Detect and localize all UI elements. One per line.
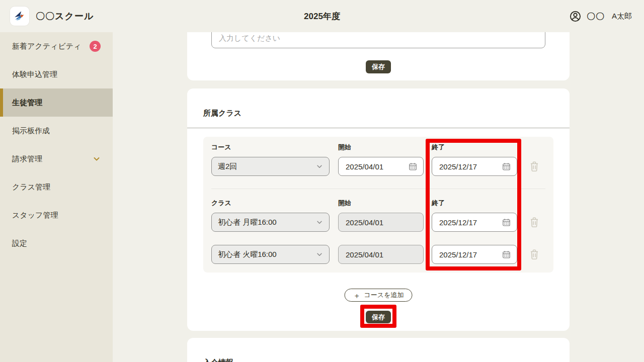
- sidebar-item-board-creation[interactable]: 掲示板作成: [0, 117, 113, 145]
- class-save-button[interactable]: 保存: [366, 311, 391, 323]
- course-end-date-field[interactable]: [432, 157, 517, 176]
- chevron-down-icon: [93, 155, 101, 163]
- class-start-date-input: [346, 250, 417, 259]
- delete-class-button[interactable]: [529, 217, 540, 228]
- page-title: 2025年度: [0, 11, 644, 22]
- class-end-date-field[interactable]: [432, 245, 517, 264]
- course-start-date-input[interactable]: [346, 162, 409, 171]
- class-end-date-field[interactable]: [432, 213, 517, 232]
- class-select-value: 初心者 火曜16:00: [218, 250, 316, 259]
- class-label: クラス: [211, 199, 231, 208]
- sidebar-item-label: 新着アクティビティ: [12, 42, 81, 51]
- class-end-date-input[interactable]: [439, 250, 502, 259]
- calendar-icon[interactable]: [502, 218, 511, 227]
- class-assignment-card: 所属クラス コース 開始 終了 週2回: [187, 88, 570, 331]
- class-start-date-field: [338, 245, 424, 264]
- app-name: 〇〇スクール: [36, 10, 94, 22]
- course-select-value: 週2回: [218, 162, 316, 171]
- class-select-value: 初心者 月曜16:00: [218, 218, 316, 227]
- sidebar-item-trial-applications[interactable]: 体験申込管理: [0, 60, 113, 88]
- section-title: 入会情報: [203, 358, 233, 362]
- class-end-date-input[interactable]: [439, 218, 502, 227]
- sidebar-item-settings[interactable]: 設定: [0, 229, 113, 257]
- calendar-icon[interactable]: [502, 250, 511, 259]
- add-course-button[interactable]: ＋ コースを追加: [345, 289, 413, 302]
- app-header: 〇〇スクール 2025年度 〇〇 A太郎: [0, 0, 644, 32]
- calendar-icon[interactable]: [502, 162, 511, 171]
- bird-logo-icon: [13, 10, 26, 23]
- class-start-date-field: [338, 213, 424, 232]
- chevron-down-icon: [316, 163, 323, 170]
- sidebar-item-label: 掲示板作成: [12, 126, 50, 136]
- user-circle-icon: [569, 10, 582, 23]
- notification-badge: 2: [90, 41, 101, 52]
- plus-icon: ＋: [353, 292, 361, 299]
- sidebar-nav: 新着アクティビティ 2 体験申込管理 生徒管理 掲示板作成 請求管理 クラス管理…: [0, 32, 113, 362]
- calendar-icon[interactable]: [409, 162, 417, 171]
- user-menu[interactable]: 〇〇 A太郎: [569, 10, 632, 23]
- divider: [211, 189, 545, 189]
- delete-class-button[interactable]: [529, 249, 540, 260]
- sidebar-item-label: 体験申込管理: [12, 70, 57, 79]
- sidebar-item-new-activity[interactable]: 新着アクティビティ 2: [0, 32, 113, 60]
- course-start-date-field[interactable]: [338, 157, 424, 176]
- class-start-date-input: [346, 218, 417, 227]
- section-title: 所属クラス: [203, 109, 242, 118]
- start-label: 開始: [338, 143, 351, 152]
- delete-course-button[interactable]: [529, 161, 540, 172]
- sidebar-item-student-management[interactable]: 生徒管理: [0, 88, 113, 117]
- divider: [187, 128, 570, 128]
- sidebar-item-class-management[interactable]: クラス管理: [0, 173, 113, 201]
- class-select[interactable]: 初心者 火曜16:00: [211, 245, 330, 264]
- start-label: 開始: [338, 199, 351, 208]
- course-panel: コース 開始 終了 週2回: [203, 137, 553, 273]
- course-select[interactable]: 週2回: [211, 157, 330, 176]
- sidebar-item-staff-management[interactable]: スタッフ管理: [0, 201, 113, 229]
- app-logo: [10, 7, 29, 26]
- user-org-label: 〇〇: [587, 11, 605, 22]
- user-name-label: A太郎: [612, 12, 632, 21]
- add-course-label: コースを追加: [364, 291, 404, 300]
- main-content: 保存 所属クラス コース 開始 終了 週2回: [113, 32, 644, 362]
- sidebar-item-label: 設定: [12, 239, 27, 248]
- sidebar-item-billing-management[interactable]: 請求管理: [0, 145, 113, 173]
- sidebar-item-label: 生徒管理: [12, 98, 42, 108]
- chevron-down-icon: [316, 219, 323, 226]
- enrollment-card: 入会情報: [187, 338, 570, 362]
- sidebar-item-label: スタッフ管理: [12, 211, 58, 220]
- sidebar-item-label: 請求管理: [12, 154, 42, 164]
- course-label: コース: [211, 143, 231, 152]
- sidebar-item-label: クラス管理: [12, 183, 50, 192]
- chevron-down-icon: [316, 251, 323, 258]
- course-end-date-input[interactable]: [439, 162, 502, 171]
- memo-input[interactable]: [211, 32, 545, 48]
- end-label: 終了: [432, 143, 445, 152]
- end-label: 終了: [432, 199, 445, 208]
- memo-card: 保存: [187, 32, 570, 80]
- class-select[interactable]: 初心者 月曜16:00: [211, 213, 330, 232]
- memo-save-button[interactable]: 保存: [366, 60, 391, 73]
